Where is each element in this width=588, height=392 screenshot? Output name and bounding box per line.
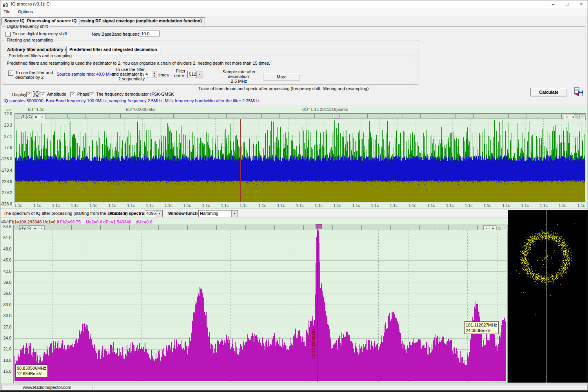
app-icon: [2, 1, 9, 7]
filtering-resampling-group: Filtering and resampling Arbitrary filte…: [2, 40, 419, 85]
display-fsk-demodulator-checkbox[interactable]: ✓ The frequency demodulator (FSK-GMSK: [89, 92, 174, 97]
display-iq-checkbox[interactable]: ✓ IQ: [26, 92, 40, 97]
menu-bar: File Options: [0, 8, 588, 16]
trace-caption: Trace of time dmain and spectr after pro…: [198, 86, 368, 91]
constellation-panel: [508, 210, 588, 383]
cursor1-level-readout: Uc1=0.0: [43, 220, 59, 224]
window-function-value: Hamming: [200, 211, 218, 216]
screen-edge: [0, 390, 588, 392]
points-value: 4096: [146, 211, 156, 216]
checkbox-label: Amplitude: [47, 92, 66, 96]
checkbox-box[interactable]: ✓: [70, 92, 75, 97]
spectrum-cursor1-line[interactable]: [317, 226, 318, 382]
delta-level-readout: dUc=0.0: [136, 220, 152, 224]
points-in-spectrum-label: Points in spectrum:: [109, 211, 150, 216]
tab-processing-source-iq[interactable]: Processing of source IQ: [24, 17, 80, 25]
status-panel-empty: [94, 385, 588, 390]
checkbox-label: To use the filter and decimator by 2: [15, 70, 59, 80]
divider: [0, 209, 588, 209]
checkbox-label: The frequency demodulator (FSK-GMSK: [96, 92, 174, 96]
window-function-dropdown[interactable]: Hamming ▼: [198, 210, 238, 217]
menu-file[interactable]: File: [0, 8, 14, 15]
spectrum-scrollbar-thumb[interactable]: [316, 224, 322, 229]
main-tab-strip: Source IQ Processing of source IQ Proces…: [0, 17, 588, 25]
decimation-rate-block: Sample rate after decimation: 2.5 MHz: [214, 69, 263, 83]
cursor2-time-label: Tc2=0.0000mks: [125, 107, 155, 112]
cursor1-time-label: Tc1=1.1c: [27, 107, 44, 112]
maximize-button-icon[interactable]: □: [560, 0, 574, 8]
cursor2-level-readout: Uc2=0.0: [86, 220, 102, 224]
predefined-filters-description: Predefined filters and resampling is use…: [7, 61, 407, 65]
delta-freq-readout: dFc=1.543346: [103, 220, 131, 224]
display-label: Display:: [12, 92, 27, 97]
title-bar: IQ process (v3.1): C: – □ ✕: [0, 0, 588, 9]
marker-tooltip-right: 101.112027MHz 24.38dBmkV: [464, 321, 499, 334]
digital-frequency-shift-group: Digital frequency shift To use digital f…: [2, 26, 586, 39]
checkbox-label: To use digital frequency shift: [13, 31, 67, 36]
status-url[interactable]: www.RadioInspector.com: [1, 385, 93, 390]
spectrum-plot-canvas[interactable]: [14, 230, 506, 382]
cursor2-freq-readout: Fk2=98.75: [60, 220, 81, 224]
sequential-label: To use the filter and decimator by 2 seq…: [110, 67, 145, 81]
checkbox-box[interactable]: ✓: [40, 92, 45, 97]
window-title: IQ process (v3.1): C:: [11, 2, 51, 6]
close-button-icon[interactable]: ✕: [574, 0, 588, 8]
menu-options[interactable]: Options: [15, 8, 36, 15]
calculate-button[interactable]: Calculate: [530, 88, 567, 96]
minimize-button-icon[interactable]: –: [546, 0, 560, 8]
display-phase-checkbox[interactable]: ✓ Phase: [70, 92, 89, 97]
filter-order-label: Filter order:: [172, 69, 185, 78]
group-legend: Predefined filters and resampling: [7, 53, 73, 58]
spin-down-icon[interactable]: ▼: [152, 74, 157, 78]
checkbox-box[interactable]: ✓: [89, 92, 94, 97]
times-value[interactable]: 4: [145, 72, 148, 76]
baseband-frequency-input[interactable]: [140, 31, 160, 36]
dropdown-arrow-icon[interactable]: ▼: [231, 211, 238, 217]
time-plot-canvas[interactable]: [15, 119, 585, 202]
decimation-rate-label: Sample rate after decimation:: [214, 69, 263, 79]
dropdown-arrow-icon[interactable]: ▼: [156, 211, 162, 217]
peak-frequency-label: 100.293346MHz: [311, 305, 316, 358]
display-amplitude-checkbox[interactable]: ✓ Amplitude: [40, 92, 66, 97]
tab-predefined-filter[interactable]: Predefined filter and integrated decimat…: [66, 46, 160, 54]
app-window: IQ process (v3.1): C: – □ ✕ File Options…: [0, 0, 588, 392]
filter-order-dropdown[interactable]: 512 ▼: [187, 71, 203, 78]
group-legend: Filtering and resampling: [5, 38, 54, 42]
spectrum-y-unit: dBµV: [1, 220, 9, 223]
cursor1-freq-readout: Fk1=100.293346: [9, 220, 42, 224]
time-plot-scrollbar[interactable]: [15, 114, 585, 119]
spectrum-plot-region: dBµV Fk1=100.293346 Uc1=0.0 Fk2=98.75 Uc…: [0, 218, 508, 383]
spectrum-header-bar: The spectrum of IQ after processing (sta…: [0, 209, 588, 218]
tab-processing-rf-envelope[interactable]: Processing RF signal envelope (amplitude…: [68, 17, 205, 25]
constellation-canvas: [508, 210, 588, 383]
more-button[interactable]: More: [263, 73, 300, 81]
dropdown-arrow-icon[interactable]: ▼: [196, 71, 203, 78]
times-spinner[interactable]: 4 ▲ ▼: [144, 71, 157, 78]
checkbox-label: Phase: [77, 92, 89, 96]
status-bar: www.RadioInspector.com: [0, 383, 588, 391]
use-filter-decimator-checkbox[interactable]: ✓ To use the filter and decimator by 2: [8, 70, 59, 80]
points-in-spectrum-dropdown[interactable]: 4096 ▼: [145, 210, 163, 217]
time-plot-x-labels: 1.1c1.1c1.1c1.1c1.1c1.1c1.1c1.1c1.1c1.1c…: [15, 203, 585, 208]
iq-info-line: IQ samples 5000000, BaseBand frequency 1…: [4, 98, 260, 103]
checkbox-box[interactable]: [5, 32, 11, 37]
time-domain-plot-region: uV Tc1=1.1c Tc2=0.0000mks dÒ=1.1c 281131…: [0, 105, 588, 209]
checkbox-box[interactable]: ✓: [26, 92, 31, 97]
source-sample-rate-label: Source sample rate: 40.0 MHz: [56, 72, 115, 76]
marker-tooltip-left: 98.830586MHz 12.68dBmkV: [15, 365, 48, 377]
use-digital-frequency-shift-checkbox[interactable]: To use digital frequency shift: [5, 31, 67, 37]
save-results-icon[interactable]: [574, 87, 584, 96]
checkbox-label: IQ: [33, 92, 40, 96]
time-cursor-line[interactable]: [240, 119, 241, 202]
delta-points-label: dÒ=1.1c 2811316points: [302, 107, 348, 112]
spinner-buttons: ▲ ▼: [152, 71, 157, 78]
checkbox-box[interactable]: ✓: [8, 71, 13, 76]
time-scrollbar-marker: [109, 114, 110, 118]
time-scrollbar-thumb[interactable]: [333, 114, 339, 119]
filter-order-value: 512: [189, 72, 196, 76]
predefined-filters-group: Predefined filters and resampling Predef…: [4, 56, 416, 83]
spin-up-icon[interactable]: ▲: [152, 71, 157, 74]
decimation-rate-value: 2.5 MHz: [214, 79, 263, 83]
times-label: times: [158, 73, 169, 77]
